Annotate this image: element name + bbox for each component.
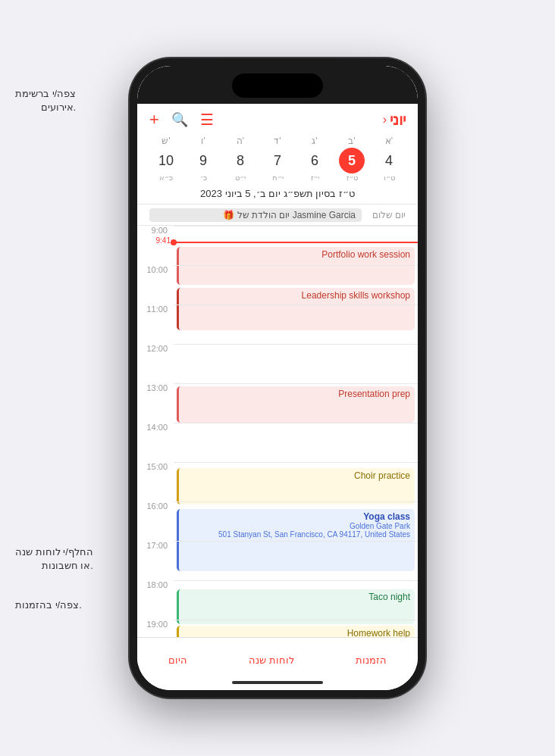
yoga-event[interactable]: Yoga class Golden Gate Park 501 Stanyan … — [177, 509, 415, 571]
hebrew-date: כ׳ — [200, 173, 207, 182]
time-13: 13:00 — [146, 383, 168, 392]
day-number: 10 — [153, 148, 179, 173]
hebrew-date: כ״א — [159, 173, 173, 182]
leadership-event[interactable]: Leadership skills workshop — [177, 288, 415, 330]
time-10: 10:00 — [146, 265, 168, 274]
day-col-mon[interactable]: ב' 5 ט״ז — [335, 136, 368, 182]
day-number: 8 — [227, 148, 253, 173]
time-18: 18:00 — [146, 580, 168, 589]
birthday-event-text: יום הולדת של Jasmine Garcia — [237, 210, 356, 220]
time-14: 14:00 — [146, 423, 168, 432]
all-day-label: יום שלום — [368, 210, 406, 220]
current-time-label: 9:41 — [137, 236, 174, 245]
day-number: 6 — [302, 148, 328, 173]
portfolio-event[interactable]: Portfolio work session — [177, 247, 415, 285]
hebrew-date: י״ח — [272, 173, 284, 182]
hebrew-date: י״ט — [235, 173, 246, 182]
date-label: ט״ז בסיון תשפ״ג יום ב׳, 5 ביוני 2023 — [137, 185, 418, 205]
current-time-line — [174, 242, 418, 243]
callout-invites: צפה/י בהזמנות. — [15, 598, 82, 612]
presentation-event[interactable]: Presentation prep — [177, 386, 415, 423]
day-name: א' — [385, 136, 393, 146]
taco-event[interactable]: Taco night — [177, 589, 415, 624]
notch — [137, 66, 418, 104]
header-actions: + 🔍 ☰ — [149, 110, 214, 130]
day-number: 4 — [376, 148, 402, 173]
calendar-header: + 🔍 ☰ › יוני — [137, 104, 418, 133]
phone-content: + 🔍 ☰ › יוני ש' 10 כ״א ו' 9 כ׳ ה' — [137, 104, 418, 690]
day-col-sun[interactable]: א' 4 ט״ו — [372, 136, 406, 182]
time-17: 17:00 — [146, 541, 168, 550]
gift-icon: 🎁 — [223, 210, 234, 220]
hebrew-date: ט״ו — [384, 173, 395, 182]
day-col-wed[interactable]: ד' 7 י״ח — [261, 136, 294, 182]
birthday-event[interactable]: 🎁 יום הולדת של Jasmine Garcia — [149, 208, 362, 222]
day-col-thu[interactable]: ה' 8 י״ט — [224, 136, 257, 182]
day-number-today: 5 — [339, 148, 365, 173]
day-col-fri[interactable]: ו' 9 כ׳ — [187, 136, 220, 182]
time-9: 9:00 — [152, 226, 168, 235]
tab-invites[interactable]: הזמנות — [356, 654, 387, 666]
time-16: 16:00 — [146, 501, 168, 511]
tab-yearly[interactable]: לוחות שנה — [249, 654, 294, 666]
day-name: ש' — [161, 136, 170, 146]
choir-event[interactable]: Choir practice — [177, 468, 415, 505]
time-grid[interactable]: Portfolio work session Leadership skills… — [137, 226, 418, 664]
day-name: ב' — [348, 136, 355, 146]
all-day-row: 🎁 יום הולדת של Jasmine Garcia יום שלום — [137, 205, 418, 226]
hebrew-date: י״ז — [311, 173, 319, 182]
hebrew-date: ט״ז — [346, 173, 358, 182]
month-label: יוני — [390, 111, 406, 129]
day-name: ג' — [312, 136, 317, 146]
phone-frame: 9:41 ▮▮ ▲ ●●● + 🔍 ☰ › יוני ש' 10 כ״א — [130, 58, 425, 698]
time-11: 11:00 — [146, 305, 168, 314]
dynamic-island — [232, 73, 323, 98]
time-15: 15:00 — [146, 462, 168, 471]
time-19: 19:00 — [146, 620, 168, 629]
day-number: 7 — [265, 148, 290, 173]
callout-events-list: צפה/י ברשימתאירועים. — [15, 87, 76, 114]
day-col-tue[interactable]: ג' 6 י״ז — [298, 136, 331, 182]
day-name: ה' — [237, 136, 244, 146]
month-navigation[interactable]: › יוני — [383, 111, 406, 129]
chevron-right-icon: › — [383, 113, 387, 127]
callout-calendars: החלף/י לוחות שנהאו חשבונות. — [15, 545, 93, 573]
day-name: ד' — [274, 136, 281, 146]
day-col-sat[interactable]: ש' 10 כ״א — [149, 136, 183, 182]
time-12: 12:00 — [146, 344, 168, 353]
home-bar — [232, 681, 323, 684]
day-name: ו' — [201, 136, 205, 146]
menu-button[interactable]: ☰ — [200, 111, 214, 129]
week-strip: ש' 10 כ״א ו' 9 כ׳ ה' 8 י״ט ד' 7 י״ח ג' 6 — [137, 133, 418, 185]
day-number: 9 — [190, 148, 216, 173]
add-button[interactable]: + — [149, 110, 159, 130]
tab-today[interactable]: היום — [168, 654, 187, 666]
search-button[interactable]: 🔍 — [171, 111, 188, 128]
